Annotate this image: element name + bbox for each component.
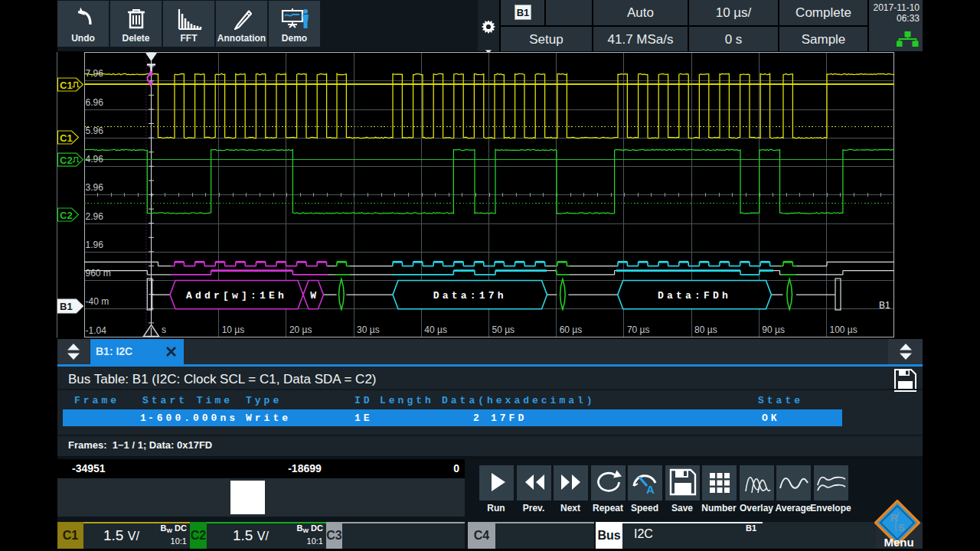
svg-text:s: s: [162, 324, 166, 335]
svg-text:1.96: 1.96: [86, 240, 104, 250]
svg-text:Data:17h: Data:17h: [433, 290, 507, 302]
svg-text:6.96: 6.96: [86, 97, 104, 108]
svg-text:-40 m: -40 m: [86, 296, 109, 307]
svg-text:A: A: [646, 483, 655, 496]
svg-text:50 µs: 50 µs: [492, 324, 515, 335]
svg-text:Data:FDh: Data:FDh: [658, 290, 731, 302]
svg-text:B1: B1: [879, 300, 890, 311]
svg-text:C1: C1: [60, 80, 73, 91]
svg-text:30 µs: 30 µs: [357, 324, 380, 335]
svg-text:C1: C1: [60, 132, 73, 144]
svg-text:Addr[w]:1Eh: Addr[w]:1Eh: [186, 290, 287, 302]
svg-text:10 µs: 10 µs: [222, 324, 245, 335]
svg-text:40 µs: 40 µs: [424, 324, 447, 335]
svg-text:20 µs: 20 µs: [289, 324, 312, 335]
svg-text:60 µs: 60 µs: [560, 324, 583, 335]
svg-text:S: S: [898, 522, 905, 533]
svg-text:80 µs: 80 µs: [694, 324, 717, 335]
svg-text:3.96: 3.96: [86, 182, 104, 193]
svg-text:100 µs: 100 µs: [830, 324, 858, 335]
svg-text:-1.04: -1.04: [86, 325, 107, 336]
svg-text:90 µs: 90 µs: [762, 324, 785, 335]
svg-text:4.96: 4.96: [86, 154, 104, 165]
svg-text:B1: B1: [60, 301, 73, 312]
svg-text:70 µs: 70 µs: [627, 324, 650, 335]
svg-text:960 m: 960 m: [86, 268, 111, 279]
svg-text:2.96: 2.96: [86, 211, 104, 222]
svg-text:5.96: 5.96: [86, 126, 104, 136]
svg-text:C2: C2: [60, 210, 73, 221]
svg-text:W: W: [310, 290, 316, 302]
svg-text:7.96: 7.96: [86, 68, 104, 79]
svg-text:C2: C2: [60, 155, 73, 166]
